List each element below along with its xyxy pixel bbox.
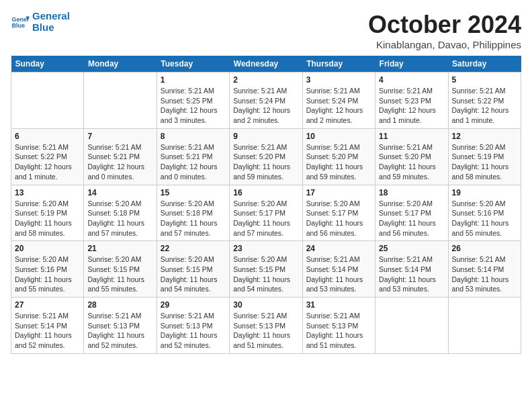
day-info: Sunrise: 5:21 AM Sunset: 5:14 PM Dayligh… [15,311,80,351]
logo-text-blue: Blue [32,22,70,34]
day-number: 11 [379,132,444,141]
day-cell: 2Sunrise: 5:21 AM Sunset: 5:24 PM Daylig… [230,73,302,129]
day-number: 16 [233,188,298,197]
day-info: Sunrise: 5:20 AM Sunset: 5:16 PM Dayligh… [15,255,80,294]
day-number: 23 [233,244,298,253]
day-number: 18 [379,188,444,197]
week-row-5: 27Sunrise: 5:21 AM Sunset: 5:14 PM Dayli… [11,298,521,354]
day-info: Sunrise: 5:21 AM Sunset: 5:25 PM Dayligh… [161,86,226,126]
day-info: Sunrise: 5:20 AM Sunset: 5:15 PM Dayligh… [87,255,152,294]
day-cell: 25Sunrise: 5:21 AM Sunset: 5:14 PM Dayli… [375,241,448,298]
day-info: Sunrise: 5:21 AM Sunset: 5:21 PM Dayligh… [87,142,152,182]
day-number: 20 [15,244,80,253]
day-cell: 6Sunrise: 5:21 AM Sunset: 5:22 PM Daylig… [11,128,84,185]
day-number: 1 [161,75,226,85]
day-info: Sunrise: 5:21 AM Sunset: 5:20 PM Dayligh… [306,142,371,182]
day-info: Sunrise: 5:21 AM Sunset: 5:24 PM Dayligh… [233,86,298,126]
day-info: Sunrise: 5:21 AM Sunset: 5:24 PM Dayligh… [306,86,371,126]
day-number: 29 [161,300,226,310]
day-cell: 17Sunrise: 5:20 AM Sunset: 5:17 PM Dayli… [302,185,375,241]
day-cell: 30Sunrise: 5:21 AM Sunset: 5:13 PM Dayli… [230,298,302,354]
day-number: 21 [87,244,152,253]
day-number: 12 [452,132,517,141]
day-number: 19 [452,188,517,197]
title-block: October 2024 Kinablangan, Davao, Philipp… [368,11,521,50]
day-number: 3 [306,75,371,85]
day-number: 24 [306,244,371,253]
day-cell: 14Sunrise: 5:20 AM Sunset: 5:18 PM Dayli… [84,185,157,241]
day-info: Sunrise: 5:21 AM Sunset: 5:22 PM Dayligh… [452,86,517,126]
day-info: Sunrise: 5:20 AM Sunset: 5:16 PM Dayligh… [452,199,517,238]
day-info: Sunrise: 5:20 AM Sunset: 5:18 PM Dayligh… [161,199,226,238]
logo-text-general: General [32,11,70,22]
day-number: 6 [15,132,80,141]
day-cell: 1Sunrise: 5:21 AM Sunset: 5:25 PM Daylig… [157,73,229,129]
day-info: Sunrise: 5:20 AM Sunset: 5:15 PM Dayligh… [161,255,226,294]
day-info: Sunrise: 5:20 AM Sunset: 5:17 PM Dayligh… [379,199,444,238]
day-cell: 20Sunrise: 5:20 AM Sunset: 5:16 PM Dayli… [11,241,84,298]
week-row-4: 20Sunrise: 5:20 AM Sunset: 5:16 PM Dayli… [11,241,521,298]
logo: General Blue General Blue [11,11,70,33]
day-info: Sunrise: 5:20 AM Sunset: 5:19 PM Dayligh… [452,142,517,182]
day-cell: 16Sunrise: 5:20 AM Sunset: 5:17 PM Dayli… [230,185,302,241]
weekday-header-saturday: Saturday [448,56,521,73]
day-info: Sunrise: 5:21 AM Sunset: 5:13 PM Dayligh… [306,311,371,351]
day-cell: 24Sunrise: 5:21 AM Sunset: 5:14 PM Dayli… [302,241,375,298]
day-number: 10 [306,132,371,141]
day-cell: 19Sunrise: 5:20 AM Sunset: 5:16 PM Dayli… [448,185,521,241]
logo-icon: General Blue [11,13,30,32]
day-cell: 5Sunrise: 5:21 AM Sunset: 5:22 PM Daylig… [448,73,521,129]
day-cell: 27Sunrise: 5:21 AM Sunset: 5:14 PM Dayli… [11,298,84,354]
month-title: October 2024 [368,11,521,39]
day-cell [448,298,521,354]
day-info: Sunrise: 5:20 AM Sunset: 5:15 PM Dayligh… [233,255,298,294]
day-cell: 4Sunrise: 5:21 AM Sunset: 5:23 PM Daylig… [375,73,448,129]
svg-text:Blue: Blue [11,22,25,29]
week-row-3: 13Sunrise: 5:20 AM Sunset: 5:19 PM Dayli… [11,185,521,241]
calendar-table: SundayMondayTuesdayWednesdayThursdayFrid… [11,56,521,354]
location-subtitle: Kinablangan, Davao, Philippines [368,39,521,50]
week-row-2: 6Sunrise: 5:21 AM Sunset: 5:22 PM Daylig… [11,128,521,185]
day-info: Sunrise: 5:20 AM Sunset: 5:17 PM Dayligh… [233,199,298,238]
day-cell: 18Sunrise: 5:20 AM Sunset: 5:17 PM Dayli… [375,185,448,241]
day-cell [84,73,157,129]
weekday-header-sunday: Sunday [11,56,84,73]
day-number: 28 [87,300,152,310]
day-info: Sunrise: 5:21 AM Sunset: 5:13 PM Dayligh… [87,311,152,351]
day-number: 31 [306,300,371,310]
day-cell: 28Sunrise: 5:21 AM Sunset: 5:13 PM Dayli… [84,298,157,354]
day-cell: 12Sunrise: 5:20 AM Sunset: 5:19 PM Dayli… [448,128,521,185]
day-info: Sunrise: 5:21 AM Sunset: 5:14 PM Dayligh… [452,255,517,294]
day-cell: 15Sunrise: 5:20 AM Sunset: 5:18 PM Dayli… [157,185,229,241]
day-cell: 22Sunrise: 5:20 AM Sunset: 5:15 PM Dayli… [157,241,229,298]
day-number: 2 [233,75,298,85]
day-info: Sunrise: 5:21 AM Sunset: 5:20 PM Dayligh… [233,142,298,182]
weekday-header-wednesday: Wednesday [230,56,302,73]
weekday-header-thursday: Thursday [302,56,375,73]
day-number: 15 [161,188,226,197]
day-cell: 9Sunrise: 5:21 AM Sunset: 5:20 PM Daylig… [230,128,302,185]
day-info: Sunrise: 5:21 AM Sunset: 5:22 PM Dayligh… [15,142,80,182]
day-cell [11,73,84,129]
weekday-header-tuesday: Tuesday [157,56,229,73]
day-number: 5 [452,75,517,85]
day-cell: 26Sunrise: 5:21 AM Sunset: 5:14 PM Dayli… [448,241,521,298]
day-info: Sunrise: 5:20 AM Sunset: 5:17 PM Dayligh… [306,199,371,238]
page-header: General Blue General Blue October 2024 K… [11,11,521,50]
day-number: 14 [87,188,152,197]
weekday-header-row: SundayMondayTuesdayWednesdayThursdayFrid… [11,56,521,73]
day-number: 4 [379,75,444,85]
day-number: 7 [87,132,152,141]
day-cell: 7Sunrise: 5:21 AM Sunset: 5:21 PM Daylig… [84,128,157,185]
day-cell: 3Sunrise: 5:21 AM Sunset: 5:24 PM Daylig… [302,73,375,129]
day-number: 8 [161,132,226,141]
day-info: Sunrise: 5:21 AM Sunset: 5:23 PM Dayligh… [379,86,444,126]
day-info: Sunrise: 5:21 AM Sunset: 5:13 PM Dayligh… [233,311,298,351]
day-cell [375,298,448,354]
day-number: 17 [306,188,371,197]
day-info: Sunrise: 5:21 AM Sunset: 5:21 PM Dayligh… [161,142,226,182]
day-info: Sunrise: 5:21 AM Sunset: 5:13 PM Dayligh… [161,311,226,351]
weekday-header-monday: Monday [84,56,157,73]
day-cell: 10Sunrise: 5:21 AM Sunset: 5:20 PM Dayli… [302,128,375,185]
day-cell: 29Sunrise: 5:21 AM Sunset: 5:13 PM Dayli… [157,298,229,354]
